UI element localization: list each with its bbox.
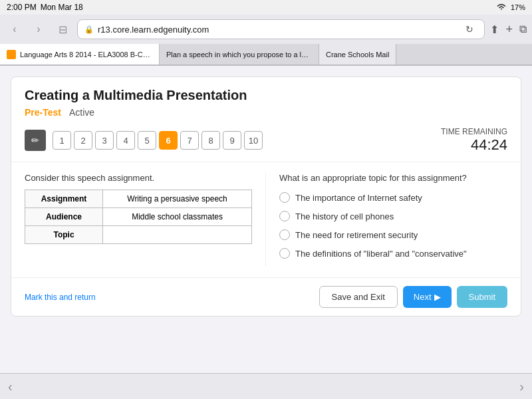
tab-label-speech: Plan a speech in which you propose to a … xyxy=(166,51,312,59)
active-label: Active xyxy=(69,107,94,118)
address-bar[interactable]: 🔒 r13.core.learn.edgenuity.com ↻ xyxy=(77,19,485,39)
browser-chrome: ‹ › ⊟ 🔒 r13.core.learn.edgenuity.com ↻ ⬆… xyxy=(0,15,532,66)
page-title: Creating a Multimedia Presentation xyxy=(25,88,507,103)
forward-button[interactable]: › xyxy=(29,20,48,39)
lock-icon: 🔒 xyxy=(84,25,94,34)
next-label: Next xyxy=(414,292,432,302)
q-num-1[interactable]: 1 xyxy=(53,131,71,150)
footer-buttons: Save and Exit Next ▶ Submit xyxy=(319,286,507,308)
submit-button[interactable]: Submit xyxy=(457,286,507,308)
battery-text: 17% xyxy=(511,3,525,11)
card-footer: Mark this and return Save and Exit Next … xyxy=(11,277,521,316)
status-bar: 2:00 PM Mon Mar 18 17% xyxy=(0,0,532,15)
q-num-3[interactable]: 3 xyxy=(95,131,114,150)
q-num-6[interactable]: 6 xyxy=(159,131,178,150)
q-num-10[interactable]: 10 xyxy=(244,131,263,150)
pre-test-label: Pre-Test xyxy=(25,107,61,118)
bottom-back-button[interactable]: ‹ xyxy=(8,379,13,394)
table-label-cell: Audience xyxy=(25,208,103,226)
tab-label-mail: Crane Schools Mail xyxy=(326,51,389,59)
content-card: Creating a Multimedia Presentation Pre-T… xyxy=(11,76,521,317)
next-arrow-icon: ▶ xyxy=(434,292,441,302)
share-button[interactable]: ⬆ xyxy=(490,23,499,36)
radio-option-opt3[interactable]: The need for retirement security xyxy=(279,229,507,240)
time-remaining-value: 44:24 xyxy=(441,136,507,154)
question-left: Consider this speech assignment. Assignm… xyxy=(25,173,266,267)
question-area: Consider this speech assignment. Assignm… xyxy=(11,162,521,277)
question-numbers-row: ✏ 1 2 3 4 5 6 7 8 9 10 TIME REMAINING 44… xyxy=(11,127,521,162)
tab-edgenuity[interactable]: Language Arts 8 2014 - ELA3008 B-CR - Ed… xyxy=(0,44,160,65)
q-num-2[interactable]: 2 xyxy=(74,131,92,150)
radio-label-opt4: The definitions of "liberal" and "conser… xyxy=(295,249,467,259)
tab-label-edgenuity: Language Arts 8 2014 - ELA3008 B-CR - Ed… xyxy=(20,51,152,59)
page-content: Creating a Multimedia Presentation Pre-T… xyxy=(0,66,532,373)
radio-circle-opt3 xyxy=(279,229,290,240)
table-value-cell xyxy=(103,226,252,244)
bookmarks-button[interactable]: ⊟ xyxy=(53,20,72,39)
consider-text: Consider this speech assignment. xyxy=(25,173,252,183)
radio-circle-opt1 xyxy=(279,192,290,203)
table-value-cell: Writing a persuasive speech xyxy=(103,190,252,208)
question-prompt: What is an appropriate topic for this as… xyxy=(279,173,507,183)
q-num-8[interactable]: 8 xyxy=(201,131,220,150)
radio-option-opt2[interactable]: The history of cell phones xyxy=(279,211,507,221)
table-value-cell: Middle school classmates xyxy=(103,208,252,226)
wifi-icon xyxy=(496,3,507,12)
table-label-cell: Assignment xyxy=(25,190,103,208)
time: 2:00 PM xyxy=(7,3,37,12)
date: Mon Mar 18 xyxy=(41,3,83,12)
tab-mail[interactable]: Crane Schools Mail xyxy=(319,44,396,65)
assignment-table: AssignmentWriting a persuasive speechAud… xyxy=(25,190,252,244)
back-button[interactable]: ‹ xyxy=(5,20,24,39)
pencil-icon[interactable]: ✏ xyxy=(25,130,46,151)
q-num-9[interactable]: 9 xyxy=(223,131,241,150)
tab-speech[interactable]: Plan a speech in which you propose to a … xyxy=(160,44,319,65)
radio-circle-opt2 xyxy=(279,211,290,221)
new-tab-button[interactable]: + xyxy=(505,23,513,37)
time-remaining-box: TIME REMAINING 44:24 xyxy=(441,127,507,154)
radio-circle-opt4 xyxy=(279,248,290,259)
q-num-5[interactable]: 5 xyxy=(138,131,156,150)
next-button[interactable]: Next ▶ xyxy=(403,286,452,308)
bottom-forward-button[interactable]: › xyxy=(519,379,524,394)
q-num-4[interactable]: 4 xyxy=(116,131,135,150)
radio-label-opt2: The history of cell phones xyxy=(295,211,394,221)
card-header: Creating a Multimedia Presentation Pre-T… xyxy=(11,77,521,127)
radio-option-opt1[interactable]: The importance of Internet safety xyxy=(279,192,507,203)
radio-label-opt3: The need for retirement security xyxy=(295,230,418,240)
tab-favicon-edgenuity xyxy=(7,50,16,59)
bottom-bar: ‹ › xyxy=(0,373,532,399)
reload-button[interactable]: ↻ xyxy=(466,24,477,35)
radio-label-opt1: The importance of Internet safety xyxy=(295,193,422,203)
question-right: What is an appropriate topic for this as… xyxy=(266,173,507,267)
time-remaining-label: TIME REMAINING xyxy=(441,127,507,136)
q-num-7[interactable]: 7 xyxy=(180,131,199,150)
browser-tabs: Language Arts 8 2014 - ELA3008 B-CR - Ed… xyxy=(0,44,532,65)
table-label-cell: Topic xyxy=(25,226,103,244)
radio-options-container: The importance of Internet safetyThe his… xyxy=(279,192,507,259)
radio-option-opt4[interactable]: The definitions of "liberal" and "conser… xyxy=(279,248,507,259)
save-exit-button[interactable]: Save and Exit xyxy=(319,286,398,308)
windows-button[interactable]: ⧉ xyxy=(519,23,527,35)
mark-return-link[interactable]: Mark this and return xyxy=(25,293,96,302)
address-text: r13.core.learn.edgenuity.com xyxy=(98,25,209,35)
